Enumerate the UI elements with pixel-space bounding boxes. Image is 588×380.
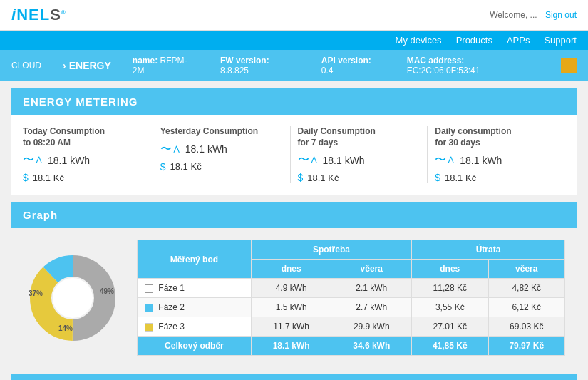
header-right: Welcome, ... Sign out xyxy=(490,10,577,20)
7days-kwh: 〜∧ 18.1 kWh xyxy=(298,153,428,168)
logo-s: S xyxy=(50,6,61,24)
faze3-u-vcera: 69.03 Kč xyxy=(488,317,564,337)
dollar-icon-4: $ xyxy=(435,172,440,183)
dollar-icon-3: $ xyxy=(298,172,304,183)
consumption-today: Today Consumptionto 08:20 AM 〜∧ 18.1 kWh… xyxy=(23,126,153,183)
bottom-graph-header: Graph YESTERDAY > xyxy=(11,374,577,380)
30days-kwh: 〜∧ 18.1 kWh xyxy=(435,153,565,168)
col-u-dnes: dnes xyxy=(412,260,488,279)
nav-my-devices[interactable]: My devices xyxy=(396,35,442,46)
nav-support[interactable]: Support xyxy=(544,35,577,46)
faze3-label: Fáze 3 xyxy=(138,317,252,337)
donut-label-49: 49% xyxy=(100,287,114,295)
graph-header: Graph xyxy=(11,202,577,228)
app-logo: iNELS® xyxy=(11,6,66,24)
sub-nav: CLOUD › ENERGY name: RFPM-2M FW version:… xyxy=(0,50,588,81)
today-kwh: 〜∧ 18.1 kWh xyxy=(23,153,153,168)
faze1-label: Fáze 1 xyxy=(138,279,252,298)
logo-nels: NEL xyxy=(16,6,50,24)
faze3-s-dnes: 11.7 kWh xyxy=(251,317,331,337)
donut-chart: 37% 49% 14% xyxy=(23,248,123,348)
7days-czk: $ 18.1 Kč xyxy=(298,172,428,183)
cloud-label: CLOUD xyxy=(11,61,41,71)
faze3-u-dnes: 27.01 Kč xyxy=(412,317,488,337)
graph-content: 37% 49% 14% Měřený bod Spotřeba Útrata d… xyxy=(11,228,577,367)
table-row: Fáze 1 4.9 kWh 2.1 kWh 11,28 Kč 4,82 Kč xyxy=(138,279,565,298)
arrow-icon: › xyxy=(63,60,66,71)
faze3-swatch xyxy=(145,323,153,332)
col-s-dnes: dnes xyxy=(251,260,331,279)
faze2-u-dnes: 3,55 Kč xyxy=(412,298,488,317)
fw-version-field: FW version: 8.8.825 xyxy=(220,56,300,76)
faze2-label: Fáze 2 xyxy=(138,298,252,317)
faze2-s-dnes: 1.5 kWh xyxy=(251,298,331,317)
dollar-icon: $ xyxy=(23,172,29,183)
consumption-7days: Daily Consumptionfor 7 days 〜∧ 18.1 kWh … xyxy=(298,126,428,183)
30days-label: Daily consumptionfor 30 days xyxy=(435,126,565,148)
svg-point-3 xyxy=(53,278,93,318)
col-utrata: Útrata xyxy=(412,240,565,260)
total-row: Celkový odběr 18.1 kWh 34.6 kWh 41,85 Kč… xyxy=(138,337,565,356)
nav-products[interactable]: Products xyxy=(456,35,492,46)
yesterday-kwh: 〜∧ 18.1 kWh xyxy=(160,142,290,157)
faze1-s-vcera: 2.1 kWh xyxy=(331,279,412,298)
energy-metering-header: ENERGY METERING xyxy=(11,88,577,115)
faze2-u-vcera: 6,12 Kč xyxy=(488,298,564,317)
bottom-graph-section: Graph YESTERDAY > xyxy=(11,374,577,380)
today-czk: $ 18.1 Kč xyxy=(23,172,153,183)
total-u-vcera: 79,97 Kč xyxy=(488,337,564,356)
consumption-grid: Today Consumptionto 08:20 AM 〜∧ 18.1 kWh… xyxy=(11,115,577,195)
faze1-swatch xyxy=(145,284,153,293)
faze2-swatch xyxy=(145,304,153,312)
col-s-vcera: včera xyxy=(331,260,412,279)
wave-icon-2: 〜∧ xyxy=(160,142,181,157)
total-u-dnes: 41,85 Kč xyxy=(412,337,488,356)
total-label: Celkový odběr xyxy=(138,337,252,356)
device-name-field: name: RFPM-2M xyxy=(133,56,199,76)
faze1-u-vcera: 4,82 Kč xyxy=(488,279,564,298)
donut-svg xyxy=(23,248,123,348)
app-header: iNELS® Welcome, ... Sign out xyxy=(0,0,588,31)
consumption-yesterday: Yesterday Consumption 〜∧ 18.1 kWh $ 18.1… xyxy=(160,126,291,183)
mac-address-field: MAC address: EC:2C:06:0F:53:41 xyxy=(407,56,540,76)
energy-metering-section: ENERGY METERING Today Consumptionto 08:2… xyxy=(11,88,577,195)
nav-apps[interactable]: APPs xyxy=(507,35,530,46)
30days-czk: $ 18.1 Kč xyxy=(435,172,565,183)
faze3-s-vcera: 29.9 kWh xyxy=(331,317,412,337)
total-s-dnes: 18.1 kWh xyxy=(251,337,331,356)
faze1-u-dnes: 11,28 Kč xyxy=(412,279,488,298)
faze2-s-vcera: 2.7 kWh xyxy=(331,298,412,317)
main-nav: My devices Products APPs Support xyxy=(0,31,588,50)
yesterday-label: Yesterday Consumption xyxy=(160,126,290,138)
faze1-s-dnes: 4.9 kWh xyxy=(251,279,331,298)
welcome-text: Welcome, ... xyxy=(490,10,537,20)
col-mereny-bod: Měřený bod xyxy=(138,240,252,279)
wave-icon: 〜∧ xyxy=(23,153,43,168)
wave-icon-4: 〜∧ xyxy=(435,153,455,168)
donut-label-37: 37% xyxy=(29,289,43,297)
7days-label: Daily Consumptionfor 7 days xyxy=(298,126,428,148)
yesterday-czk: $ 18.1 Kč xyxy=(160,161,290,173)
dollar-icon-2: $ xyxy=(160,161,166,173)
table-row: Fáze 2 1.5 kWh 2.7 kWh 3,55 Kč 6,12 Kč xyxy=(138,298,565,317)
sign-out-link[interactable]: Sign out xyxy=(545,10,577,20)
col-spottreba: Spotřeba xyxy=(251,240,411,260)
total-s-vcera: 34.6 kWh xyxy=(331,337,412,356)
status-color-box xyxy=(561,58,577,73)
logo-trademark: ® xyxy=(61,9,66,16)
consumption-30days: Daily consumptionfor 30 days 〜∧ 18.1 kWh… xyxy=(435,126,565,183)
today-label: Today Consumptionto 08:20 AM xyxy=(23,126,153,148)
wave-icon-3: 〜∧ xyxy=(298,153,319,168)
energy-table: Měřený bod Spotřeba Útrata dnes včera dn… xyxy=(137,240,565,356)
api-version-field: API version: 0.4 xyxy=(321,56,386,76)
graph-section: Graph 37% 49% 14% Měřený bod xyxy=(11,202,577,367)
table-row: Fáze 3 11.7 kWh 29.9 kWh 27.01 Kč 69.03 … xyxy=(138,317,565,337)
col-u-vcera: včera xyxy=(488,260,564,279)
energy-label: › ENERGY xyxy=(63,60,111,71)
donut-label-14: 14% xyxy=(58,324,73,332)
